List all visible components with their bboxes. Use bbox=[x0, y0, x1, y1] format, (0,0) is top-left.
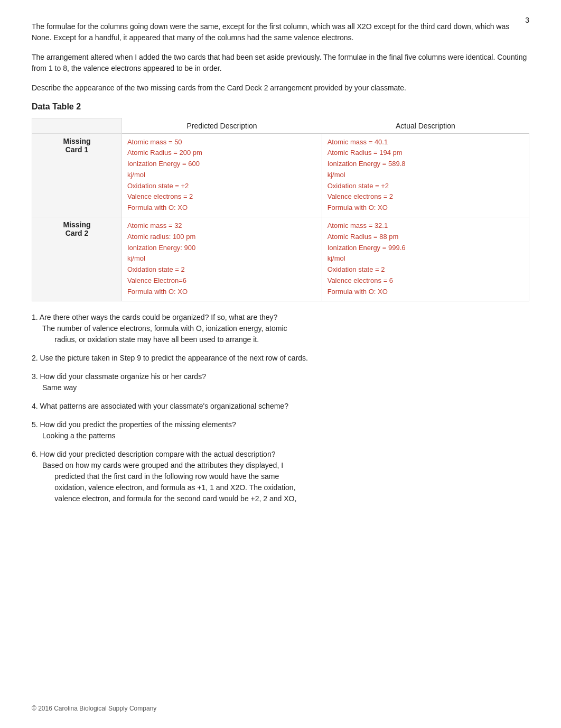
qa-question-5: 5. How did you predict the properties of… bbox=[32, 419, 529, 430]
qa-answer-6: Based on how my cards were grouped and t… bbox=[42, 460, 529, 504]
qa-question-1: 1. Are there other ways the cards could … bbox=[32, 312, 529, 323]
paragraph-3: Describe the appearance of the two missi… bbox=[32, 82, 529, 94]
table-header-actual: Actual Description bbox=[322, 118, 529, 134]
qa-answer-5: Looking a the patterns bbox=[42, 430, 529, 441]
qa-question-6: 6. How did your predicted description co… bbox=[32, 449, 529, 460]
paragraph-1: The formulae for the columns going down … bbox=[32, 21, 529, 43]
qa-answer-1: The number of valence electrons, formula… bbox=[42, 323, 529, 345]
qa-item-4: 4. What patterns are associated with you… bbox=[32, 401, 529, 412]
footer: © 2016 Carolina Biological Supply Compan… bbox=[32, 705, 156, 712]
qa-answer-3: Same way bbox=[42, 382, 529, 393]
qa-item-3: 3. How did your classmate organize his o… bbox=[32, 371, 529, 393]
section-title: Data Table 2 bbox=[32, 102, 529, 112]
table-actual-2: Atomic mass = 32.1Atomic Radius = 88 pmI… bbox=[322, 217, 529, 301]
table-predicted-1: Atomic mass = 50Atomic Radius = 200 pmIo… bbox=[121, 133, 322, 217]
qa-question-3: 3. How did your classmate organize his o… bbox=[32, 371, 529, 382]
table-header-empty bbox=[32, 118, 122, 134]
qa-item-2: 2. Use the picture taken in Step 9 to pr… bbox=[32, 353, 529, 364]
qa-item-6: 6. How did your predicted description co… bbox=[32, 449, 529, 504]
qa-question-4: 4. What patterns are associated with you… bbox=[32, 401, 529, 412]
qa-section: 1. Are there other ways the cards could … bbox=[32, 312, 529, 504]
table-actual-1: Atomic mass = 40.1Atomic Radius = 194 pm… bbox=[322, 133, 529, 217]
data-table-2: Predicted Description Actual Description… bbox=[32, 118, 529, 301]
paragraph-2: The arrangement altered when I added the… bbox=[32, 52, 529, 74]
qa-question-2: 2. Use the picture taken in Step 9 to pr… bbox=[32, 353, 529, 364]
table-predicted-2: Atomic mass = 32Atomic radius: 100 pmIon… bbox=[121, 217, 322, 301]
qa-item-1: 1. Are there other ways the cards could … bbox=[32, 312, 529, 345]
qa-item-5: 5. How did you predict the properties of… bbox=[32, 419, 529, 441]
table-header-predicted: Predicted Description bbox=[121, 118, 322, 134]
table-row-label-1: Missing Card 1 bbox=[32, 133, 122, 217]
page-number: 3 bbox=[525, 16, 529, 24]
table-row-label-2: Missing Card 2 bbox=[32, 217, 122, 301]
